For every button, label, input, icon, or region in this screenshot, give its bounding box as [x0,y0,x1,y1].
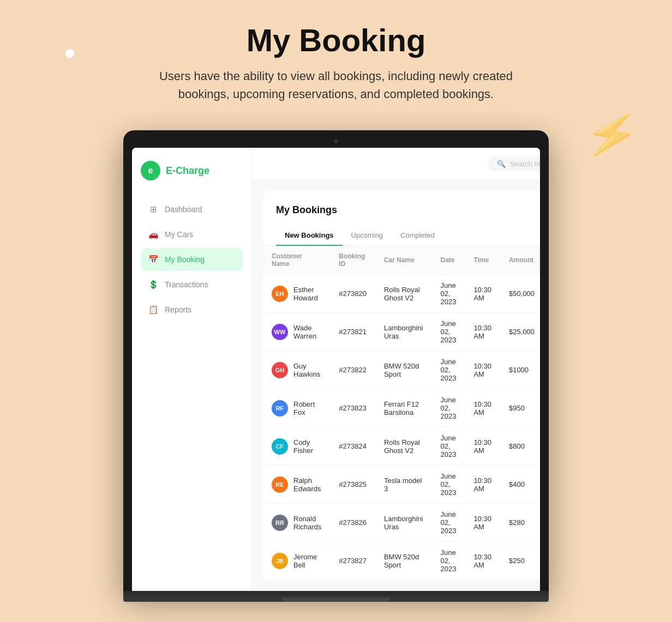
cell-amount: $800 [500,427,540,466]
cell-date: June 02, 2023 [431,466,465,504]
laptop-mockup: e E-Charge ⊞ Dashboard 🚗 My Cars 📅 My Bo… [123,130,549,602]
cell-time: 10:30 AM [465,466,500,504]
cell-time: 10:30 AM [465,313,500,351]
cell-car-name: BMW 520d Sport [375,351,432,389]
laptop-body: e E-Charge ⊞ Dashboard 🚗 My Cars 📅 My Bo… [123,130,549,591]
table-row: RR Ronald Richards #273826 Lamborghini U… [263,504,540,542]
cell-booking-id: #273827 [330,542,375,580]
laptop-screen: e E-Charge ⊞ Dashboard 🚗 My Cars 📅 My Bo… [132,148,540,591]
table-row: RF Robert Fox #273823 Ferrari F12 Barsil… [263,389,540,427]
cell-time: 10:30 AM [465,542,500,580]
col-customer-name: Customer Name [263,246,330,275]
cell-car-name: Rolls Royal Ghost V2 [375,275,432,313]
customer-avatar: EH [272,286,288,302]
sidebar-item-my-cars[interactable]: 🚗 My Cars [141,223,243,246]
search-icon: 🔍 [497,160,506,168]
cell-date: June 02, 2023 [431,313,465,351]
cell-time: 10:30 AM [465,427,500,466]
bg-decoration-lightning: ⚡ [581,105,644,165]
customer-avatar: RF [272,400,288,416]
sidebar-item-label: Dashboard [165,205,202,214]
table-row: JB Jerome Bell #273827 BMW 520d Sport Ju… [263,542,540,580]
main-content: 🔍 Search here 🔔 U My Bookings ⚙ New Book… [252,148,540,591]
cell-customer-name: CF Cody Fisher [263,427,330,466]
cell-booking-id: #273823 [330,389,375,427]
sidebar-item-reports[interactable]: 📋 Reports [141,298,243,321]
search-bar[interactable]: 🔍 Search here [488,156,540,171]
customer-avatar: GH [272,362,288,378]
sidebar-item-label: My Booking [165,255,205,264]
cell-car-name: Lamborghini Uras [375,313,432,351]
table-row: RE Ralph Edwards #273825 Tesla model 3 J… [263,466,540,504]
cell-booking-id: #273822 [330,351,375,389]
laptop-base [123,591,549,602]
customer-avatar: RR [272,515,288,531]
cell-customer-name: RF Robert Fox [263,389,330,427]
cell-customer-name: EH Esther Howard [263,275,330,313]
tab-upcoming[interactable]: Upcoming [343,226,392,246]
cell-date: June 02, 2023 [431,504,465,542]
tab-new-bookings[interactable]: New Bookings [276,226,343,246]
customer-name-text: Cody Fisher [293,438,321,455]
sidebar-item-my-booking[interactable]: 📅 My Booking [141,248,243,271]
bookings-table: Customer Name Booking ID Car Name Date T… [263,246,540,580]
tab-completed[interactable]: Completed [392,226,443,246]
col-car-name: Car Name [375,246,432,275]
cell-customer-name: WW Wade Warren [263,313,330,351]
booking-icon: 📅 [148,255,158,264]
cell-amount: $950 [500,389,540,427]
customer-avatar: CF [272,438,288,455]
bookings-header: My Bookings ⚙ [263,191,540,219]
cell-time: 10:30 AM [465,275,500,313]
col-amount: Amount [500,246,540,275]
col-time: Time [465,246,500,275]
dashboard-icon: ⊞ [148,204,158,214]
customer-avatar: WW [272,324,288,340]
bookings-table-wrapper: Customer Name Booking ID Car Name Date T… [263,246,540,580]
cell-car-name: BMW 520d Sport [375,542,432,580]
sidebar-logo: e E-Charge [141,161,243,180]
cell-date: June 02, 2023 [431,427,465,466]
sidebar-item-dashboard[interactable]: ⊞ Dashboard [141,198,243,221]
customer-name-text: Esther Howard [293,286,321,302]
transactions-icon: 💲 [148,280,158,289]
cell-amount: $280 [500,504,540,542]
cell-date: June 02, 2023 [431,351,465,389]
cell-car-name: Rolls Royal Ghost V2 [375,427,432,466]
customer-avatar: RE [272,476,288,493]
hero-section: My Booking Users have the ability to vie… [145,22,527,103]
booking-tabs: New Bookings Upcoming Completed [263,226,540,246]
cell-customer-name: GH Guy Hawkins [263,351,330,389]
bookings-title: My Bookings [276,204,337,216]
cell-booking-id: #273820 [330,275,375,313]
col-booking-id: Booking ID [330,246,375,275]
customer-name-text: Robert Fox [293,400,321,416]
cell-car-name: Ferrari F12 Barsilona [375,389,432,427]
cell-date: June 02, 2023 [431,389,465,427]
cell-amount: $25,000 [500,313,540,351]
cell-booking-id: #273824 [330,427,375,466]
cell-customer-name: JB Jerome Bell [263,542,330,580]
cell-booking-id: #273821 [330,313,375,351]
customer-name-text: Jerome Bell [293,553,321,569]
customer-name-text: Guy Hawkins [293,362,321,378]
sidebar-item-transactions[interactable]: 💲 Transactions [141,273,243,296]
hero-title: My Booking [145,22,527,58]
cell-car-name: Tesla model 3 [375,466,432,504]
cell-time: 10:30 AM [465,504,500,542]
cell-amount: $1000 [500,351,540,389]
cell-amount: $250 [500,542,540,580]
reports-icon: 📋 [148,305,158,315]
customer-name-text: Ralph Edwards [293,476,321,493]
cell-date: June 02, 2023 [431,542,465,580]
sidebar-item-label: Reports [165,305,191,314]
cell-customer-name: RE Ralph Edwards [263,466,330,504]
topbar: 🔍 Search here 🔔 U [252,148,540,180]
sidebar: e E-Charge ⊞ Dashboard 🚗 My Cars 📅 My Bo… [132,148,252,591]
cell-time: 10:30 AM [465,351,500,389]
cell-time: 10:30 AM [465,389,500,427]
customer-name-text: Ronald Richards [293,515,321,531]
cell-customer-name: RR Ronald Richards [263,504,330,542]
cell-amount: $400 [500,466,540,504]
logo-text: E-Charge [166,165,209,177]
